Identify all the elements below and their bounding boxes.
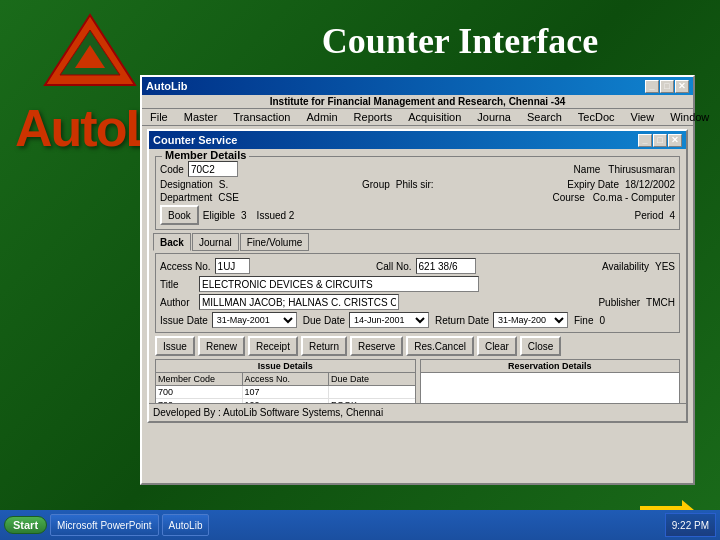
designation-value: S. — [219, 179, 228, 190]
return-date-select[interactable]: 31-May-200 — [493, 312, 568, 328]
eligible-value: 3 — [241, 210, 247, 221]
title-input[interactable] — [199, 276, 479, 292]
period-value: 4 — [669, 210, 675, 221]
menu-journal[interactable]: Journa — [473, 110, 515, 124]
publisher-label: Publisher — [598, 297, 640, 308]
titlebar-buttons: _ □ ✕ — [645, 80, 689, 93]
taskbar-item-powerpoint[interactable]: Microsoft PowerPoint — [50, 514, 158, 536]
issued-label: Issued 2 — [257, 210, 295, 221]
issue-row-1: 700 107 — [156, 386, 415, 399]
menu-view[interactable]: View — [627, 110, 659, 124]
minimize-btn[interactable]: _ — [645, 80, 659, 93]
tab-back[interactable]: Back — [153, 233, 191, 251]
dialog-minimize[interactable]: _ — [638, 134, 652, 147]
triangle-logo — [40, 10, 140, 90]
dialog: Counter Service _ □ ✕ Member Details Cod… — [147, 129, 688, 423]
name-value: Thirususmaran — [608, 164, 675, 175]
background: Counter Interface AutoLib AutoLib _ □ ✕ … — [0, 0, 720, 540]
item-fields-section: Access No. Call No. Availability YES Tit… — [155, 253, 680, 333]
availability-label: Availability — [602, 261, 649, 272]
course-value: Co.ma - Computer — [593, 192, 675, 203]
form-row-2: Designation S. Group Phils sir: Expiry D… — [160, 179, 675, 190]
dialog-maximize[interactable]: □ — [653, 134, 667, 147]
menu-file[interactable]: File — [146, 110, 172, 124]
period-label: Period — [635, 210, 664, 221]
dialog-content: Member Details Code Name Thirususmaran D… — [149, 149, 686, 418]
menu-tecdoc[interactable]: TecDoc — [574, 110, 619, 124]
dialog-title: Counter Service — [153, 134, 237, 146]
member-details-legend: Member Details — [162, 149, 249, 161]
due-date-select[interactable]: 14-Jun-2001 — [349, 312, 429, 328]
close-btn[interactable]: ✕ — [675, 80, 689, 93]
app-titlebar: AutoLib _ □ ✕ — [142, 77, 693, 95]
author-input[interactable] — [199, 294, 399, 310]
reservation-header: Reservation Details — [421, 360, 680, 373]
form-row-3: Department CSE Course Co.ma - Computer — [160, 192, 675, 203]
menu-window[interactable]: Window — [666, 110, 713, 124]
res-cancel-btn[interactable]: Res.Cancel — [406, 336, 474, 356]
return-btn[interactable]: Return — [301, 336, 347, 356]
issue-date-select[interactable]: 31-May-2001 — [212, 312, 297, 328]
dialog-status-bar: Developed By : AutoLib Software Systems,… — [149, 403, 686, 421]
code-label: Code — [160, 164, 184, 175]
taskbar-item-autolib[interactable]: AutoLib — [162, 514, 210, 536]
book-btn[interactable]: Book — [160, 205, 199, 225]
designation-label: Designation — [160, 179, 213, 190]
group-label: Group — [362, 179, 390, 190]
menu-acquisition[interactable]: Acquisition — [404, 110, 465, 124]
page-title: Counter Interface — [200, 20, 720, 62]
title-label: Title — [160, 279, 195, 290]
expiry-label: Expiry Date — [567, 179, 619, 190]
call-no-label: Call No. — [376, 261, 412, 272]
publisher-value: TMCH — [646, 297, 675, 308]
dates-row: Issue Date 31-May-2001 Due Date 14-Jun-2… — [160, 312, 675, 328]
tab-journal[interactable]: Journal — [192, 233, 239, 251]
issue-cols-header: Member Code Access No. Due Date — [156, 373, 415, 386]
tab-fine-volume[interactable]: Fine/Volume — [240, 233, 310, 251]
col-access-no: Access No. — [243, 373, 330, 385]
action-buttons-row: Issue Renew Receipt Return Reserve Res.C… — [155, 336, 680, 356]
call-no-input[interactable] — [416, 258, 476, 274]
fine-value: 0 — [599, 315, 605, 326]
code-input[interactable] — [188, 161, 238, 177]
fine-label: Fine — [574, 315, 593, 326]
eligible-label: Eligible — [203, 210, 235, 221]
receipt-btn[interactable]: Receipt — [248, 336, 298, 356]
institute-bar: Institute for Financial Management and R… — [142, 95, 693, 109]
autolib-logo: AutoLib — [15, 100, 145, 157]
dialog-close[interactable]: ✕ — [668, 134, 682, 147]
app-title: AutoLib — [146, 80, 188, 92]
access-input[interactable] — [215, 258, 250, 274]
availability-value: YES — [655, 261, 675, 272]
maximize-btn[interactable]: □ — [660, 80, 674, 93]
renew-btn[interactable]: Renew — [198, 336, 245, 356]
issue-btn[interactable]: Issue — [155, 336, 195, 356]
menu-master[interactable]: Master — [180, 110, 222, 124]
menu-reports[interactable]: Reports — [350, 110, 397, 124]
start-button[interactable]: Start — [4, 516, 47, 534]
dialog-titlebar: Counter Service _ □ ✕ — [149, 131, 686, 149]
access-label: Access No. — [160, 261, 211, 272]
department-value: CSE — [218, 192, 239, 203]
issue-date-label: Issue Date — [160, 315, 208, 326]
tab-bar: Back Journal Fine/Volume — [153, 233, 682, 251]
issue-details-header: Issue Details — [156, 360, 415, 373]
reserve-btn[interactable]: Reserve — [350, 336, 403, 356]
taskbar-time: 9:22 PM — [665, 513, 716, 537]
author-label: Author — [160, 297, 195, 308]
access-row: Access No. Call No. Availability YES — [160, 258, 675, 274]
app-menubar: File Master Transaction Admin Reports Ac… — [142, 109, 693, 126]
due-date-label: Due Date — [303, 315, 345, 326]
expiry-value: 18/12/2002 — [625, 179, 675, 190]
member-details-section: Member Details Code Name Thirususmaran D… — [155, 156, 680, 230]
name-label: Name — [574, 164, 601, 175]
clear-btn[interactable]: Clear — [477, 336, 517, 356]
group-value: Phils sir: — [396, 179, 434, 190]
course-label: Course — [553, 192, 585, 203]
menu-admin[interactable]: Admin — [302, 110, 341, 124]
menu-search[interactable]: Search — [523, 110, 566, 124]
app-window: AutoLib _ □ ✕ Institute for Financial Ma… — [140, 75, 695, 485]
taskbar: Start Microsoft PowerPoint AutoLib 9:22 … — [0, 510, 720, 540]
menu-transaction[interactable]: Transaction — [229, 110, 294, 124]
close-dialog-btn[interactable]: Close — [520, 336, 562, 356]
